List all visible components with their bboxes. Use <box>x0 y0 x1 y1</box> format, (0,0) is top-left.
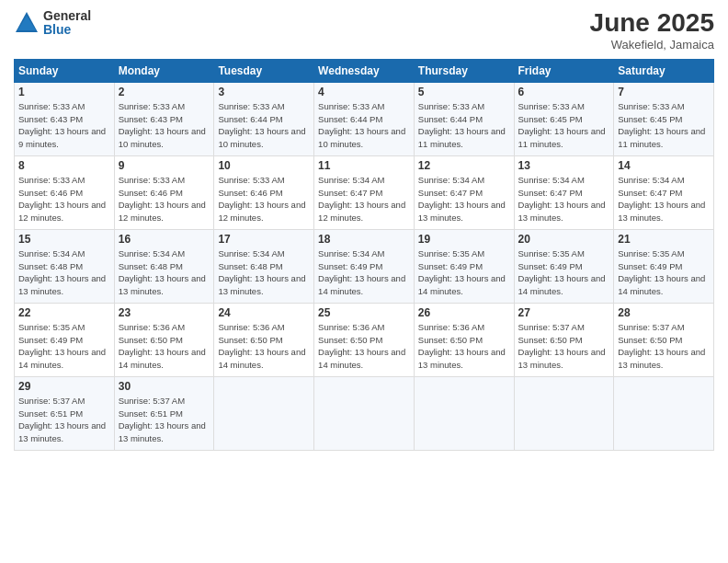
day-num-28: 28 <box>618 306 710 319</box>
cell-text-8: Sunrise: 5:33 AMSunset: 6:46 PMDaylight:… <box>18 175 106 223</box>
cell-3: 3 Sunrise: 5:33 AMSunset: 6:44 PMDayligh… <box>214 82 314 155</box>
cell-text-22: Sunrise: 5:35 AMSunset: 6:49 PMDaylight:… <box>18 322 106 370</box>
cell-text-30: Sunrise: 5:37 AMSunset: 6:51 PMDaylight:… <box>119 396 206 443</box>
cell-17: 17 Sunrise: 5:34 AMSunset: 6:48 PMDaylig… <box>214 229 314 303</box>
cell-27: 27 Sunrise: 5:37 AMSunset: 6:50 PMDaylig… <box>514 303 614 376</box>
cell-text-10: Sunrise: 5:33 AMSunset: 6:46 PMDaylight:… <box>218 175 305 223</box>
cell-empty-2 <box>314 376 415 450</box>
cell-empty-4 <box>514 376 614 450</box>
cell-text-9: Sunrise: 5:33 AMSunset: 6:46 PMDaylight:… <box>119 175 206 223</box>
cell-empty-1 <box>214 376 314 450</box>
cell-text-4: Sunrise: 5:33 AMSunset: 6:44 PMDaylight:… <box>318 101 405 149</box>
cell-23: 23 Sunrise: 5:36 AMSunset: 6:50 PMDaylig… <box>114 303 214 376</box>
header-row: Sunday Monday Tuesday Wednesday Thursday… <box>15 59 714 82</box>
cell-5: 5 Sunrise: 5:33 AMSunset: 6:44 PMDayligh… <box>414 82 514 155</box>
cell-4: 4 Sunrise: 5:33 AMSunset: 6:44 PMDayligh… <box>314 82 415 155</box>
title-section: June 2025 Wakefield, Jamaica <box>590 9 714 52</box>
cell-24: 24 Sunrise: 5:36 AMSunset: 6:50 PMDaylig… <box>214 303 314 376</box>
col-tuesday: Tuesday <box>214 59 314 82</box>
cell-13: 13 Sunrise: 5:34 AMSunset: 6:47 PMDaylig… <box>514 155 614 229</box>
cell-21: 21 Sunrise: 5:35 AMSunset: 6:49 PMDaylig… <box>614 229 714 303</box>
cell-1: 1 Sunrise: 5:33 AMSunset: 6:43 PMDayligh… <box>15 82 115 155</box>
cell-19: 19 Sunrise: 5:35 AMSunset: 6:49 PMDaylig… <box>414 229 514 303</box>
cell-text-20: Sunrise: 5:35 AMSunset: 6:49 PMDaylight:… <box>518 248 606 296</box>
cell-text-15: Sunrise: 5:34 AMSunset: 6:48 PMDaylight:… <box>18 248 106 296</box>
cell-14: 14 Sunrise: 5:34 AMSunset: 6:47 PMDaylig… <box>614 155 714 229</box>
day-num-30: 30 <box>119 380 210 393</box>
day-num-1: 1 <box>18 86 110 98</box>
week-2: 8 Sunrise: 5:33 AMSunset: 6:46 PMDayligh… <box>15 155 714 229</box>
logo: General Blue <box>14 9 91 38</box>
day-num-11: 11 <box>318 159 410 172</box>
month-title: June 2025 <box>590 9 714 38</box>
logo-text: General Blue <box>43 9 91 38</box>
week-5: 29 Sunrise: 5:37 AMSunset: 6:51 PMDaylig… <box>15 376 714 450</box>
col-wednesday: Wednesday <box>314 59 415 82</box>
day-num-24: 24 <box>218 306 310 319</box>
cell-text-17: Sunrise: 5:34 AMSunset: 6:48 PMDaylight:… <box>218 248 305 296</box>
day-num-10: 10 <box>218 159 310 172</box>
col-saturday: Saturday <box>614 59 714 82</box>
cell-text-19: Sunrise: 5:35 AMSunset: 6:49 PMDaylight:… <box>418 248 506 296</box>
logo-general-text: General <box>43 9 91 23</box>
week-3: 15 Sunrise: 5:34 AMSunset: 6:48 PMDaylig… <box>15 229 714 303</box>
cell-text-23: Sunrise: 5:36 AMSunset: 6:50 PMDaylight:… <box>119 322 206 370</box>
cell-11: 11 Sunrise: 5:34 AMSunset: 6:47 PMDaylig… <box>314 155 415 229</box>
cell-20: 20 Sunrise: 5:35 AMSunset: 6:49 PMDaylig… <box>514 229 614 303</box>
cell-empty-5 <box>614 376 714 450</box>
cell-text-2: Sunrise: 5:33 AMSunset: 6:43 PMDaylight:… <box>119 101 206 149</box>
cell-text-11: Sunrise: 5:34 AMSunset: 6:47 PMDaylight:… <box>318 175 405 223</box>
cell-text-16: Sunrise: 5:34 AMSunset: 6:48 PMDaylight:… <box>119 248 206 296</box>
day-num-6: 6 <box>518 86 610 98</box>
day-num-4: 4 <box>318 86 410 98</box>
cell-text-18: Sunrise: 5:34 AMSunset: 6:49 PMDaylight:… <box>318 248 405 296</box>
cell-text-1: Sunrise: 5:33 AMSunset: 6:43 PMDaylight:… <box>18 101 106 149</box>
day-num-16: 16 <box>119 233 210 246</box>
day-num-20: 20 <box>518 233 610 246</box>
cell-29: 29 Sunrise: 5:37 AMSunset: 6:51 PMDaylig… <box>15 376 115 450</box>
week-1: 1 Sunrise: 5:33 AMSunset: 6:43 PMDayligh… <box>15 82 714 155</box>
day-num-22: 22 <box>18 306 110 319</box>
col-thursday: Thursday <box>414 59 514 82</box>
day-num-23: 23 <box>119 306 210 319</box>
cell-text-24: Sunrise: 5:36 AMSunset: 6:50 PMDaylight:… <box>218 322 305 370</box>
day-num-8: 8 <box>18 159 110 172</box>
calendar-table: Sunday Monday Tuesday Wednesday Thursday… <box>14 59 714 451</box>
cell-28: 28 Sunrise: 5:37 AMSunset: 6:50 PMDaylig… <box>614 303 714 376</box>
day-num-21: 21 <box>618 233 710 246</box>
day-num-5: 5 <box>418 86 510 98</box>
week-4: 22 Sunrise: 5:35 AMSunset: 6:49 PMDaylig… <box>15 303 714 376</box>
cell-6: 6 Sunrise: 5:33 AMSunset: 6:45 PMDayligh… <box>514 82 614 155</box>
day-num-19: 19 <box>418 233 510 246</box>
cell-text-7: Sunrise: 5:33 AMSunset: 6:45 PMDaylight:… <box>618 101 705 149</box>
cell-empty-3 <box>414 376 514 450</box>
logo-blue-text: Blue <box>43 23 91 37</box>
cell-30: 30 Sunrise: 5:37 AMSunset: 6:51 PMDaylig… <box>114 376 214 450</box>
day-num-15: 15 <box>18 233 110 246</box>
cell-15: 15 Sunrise: 5:34 AMSunset: 6:48 PMDaylig… <box>15 229 115 303</box>
cell-text-21: Sunrise: 5:35 AMSunset: 6:49 PMDaylight:… <box>618 248 705 296</box>
day-num-29: 29 <box>18 380 110 393</box>
day-num-26: 26 <box>418 306 510 319</box>
svg-marker-1 <box>17 16 36 30</box>
cell-text-6: Sunrise: 5:33 AMSunset: 6:45 PMDaylight:… <box>518 101 606 149</box>
cell-text-26: Sunrise: 5:36 AMSunset: 6:50 PMDaylight:… <box>418 322 506 370</box>
cell-26: 26 Sunrise: 5:36 AMSunset: 6:50 PMDaylig… <box>414 303 514 376</box>
day-num-27: 27 <box>518 306 610 319</box>
cell-9: 9 Sunrise: 5:33 AMSunset: 6:46 PMDayligh… <box>114 155 214 229</box>
day-num-2: 2 <box>119 86 210 98</box>
cell-10: 10 Sunrise: 5:33 AMSunset: 6:46 PMDaylig… <box>214 155 314 229</box>
cell-18: 18 Sunrise: 5:34 AMSunset: 6:49 PMDaylig… <box>314 229 415 303</box>
cell-22: 22 Sunrise: 5:35 AMSunset: 6:49 PMDaylig… <box>15 303 115 376</box>
header: General Blue June 2025 Wakefield, Jamaic… <box>14 9 714 52</box>
cell-text-13: Sunrise: 5:34 AMSunset: 6:47 PMDaylight:… <box>518 175 606 223</box>
cell-text-27: Sunrise: 5:37 AMSunset: 6:50 PMDaylight:… <box>518 322 606 370</box>
day-num-18: 18 <box>318 233 410 246</box>
location: Wakefield, Jamaica <box>590 38 714 52</box>
day-num-17: 17 <box>218 233 310 246</box>
cell-text-12: Sunrise: 5:34 AMSunset: 6:47 PMDaylight:… <box>418 175 506 223</box>
day-num-14: 14 <box>618 159 710 172</box>
cell-12: 12 Sunrise: 5:34 AMSunset: 6:47 PMDaylig… <box>414 155 514 229</box>
cell-8: 8 Sunrise: 5:33 AMSunset: 6:46 PMDayligh… <box>15 155 115 229</box>
cell-7: 7 Sunrise: 5:33 AMSunset: 6:45 PMDayligh… <box>614 82 714 155</box>
